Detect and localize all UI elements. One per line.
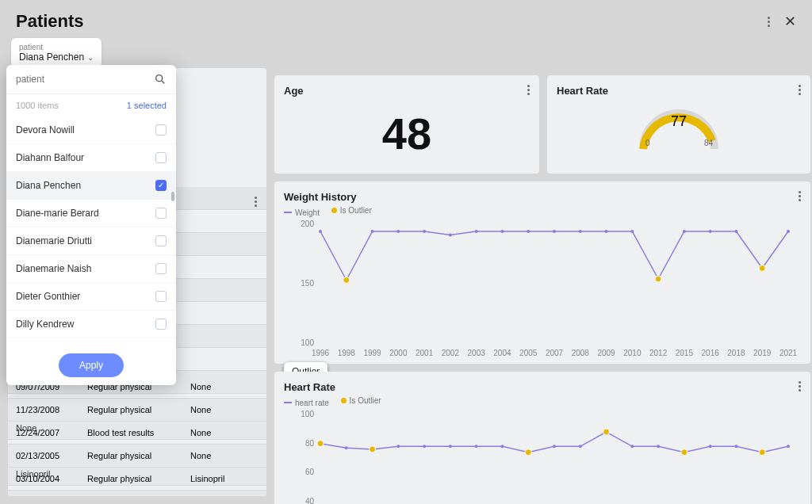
svg-text:2005: 2005	[519, 349, 538, 357]
checkbox[interactable]	[155, 124, 167, 136]
dropdown-list[interactable]: Devora NowillDiahann BalfourDiana Penche…	[6, 116, 176, 346]
patient-filter-chip[interactable]: patient Diana Penchen ⌄	[11, 38, 102, 67]
svg-line-93	[162, 81, 164, 83]
svg-point-88	[525, 449, 531, 455]
svg-text:80: 80	[305, 438, 315, 447]
dropdown-item[interactable]: Dianemarie Naish	[6, 255, 176, 283]
cell-date: 12/24/2007	[16, 428, 87, 437]
dropdown-item[interactable]: Dianemarie Driutti	[6, 227, 176, 255]
tile-menu-icon[interactable]	[799, 381, 801, 391]
svg-text:40: 40	[305, 497, 315, 505]
svg-text:2012: 2012	[649, 349, 668, 357]
svg-point-91	[759, 449, 765, 455]
svg-point-42	[655, 276, 661, 282]
age-tile: Age 48	[274, 75, 539, 174]
dropdown-item[interactable]: Diane-marie Berard	[6, 200, 176, 227]
svg-point-18	[709, 230, 712, 233]
svg-point-89	[603, 429, 610, 435]
heart-rate-chart: 4060801001996199819992000200120022003200…	[284, 410, 801, 505]
cell-reason: Regular physical	[87, 405, 190, 414]
svg-text:2018: 2018	[727, 349, 745, 357]
cell-medication: None	[190, 382, 259, 391]
checkbox[interactable]	[155, 319, 167, 330]
svg-text:2015: 2015	[676, 349, 694, 357]
weight-chart: 1001502001996199819992000200120022003200…	[284, 220, 801, 359]
table-row[interactable]: 03/10/2004Regular physicalLisinopril	[8, 468, 266, 491]
checkbox[interactable]	[155, 152, 167, 163]
table-row[interactable]: 11/23/2008Regular physicalNone	[8, 399, 266, 422]
chip-label: patient	[19, 43, 94, 52]
dropdown-item[interactable]: Diana Penchen	[6, 172, 176, 200]
age-value: 48	[284, 97, 530, 164]
svg-text:200: 200	[301, 220, 314, 228]
svg-point-7	[423, 230, 426, 233]
gauge-min: 0	[645, 139, 650, 147]
svg-point-13	[579, 230, 582, 233]
checkbox[interactable]	[155, 180, 167, 191]
page-header: Patients ✕	[0, 0, 812, 38]
dropdown-item-label: Dianemarie Driutti	[16, 235, 92, 246]
dropdown-item-label: Dilly Kendrew	[16, 319, 74, 330]
svg-point-54	[475, 445, 478, 448]
svg-text:100: 100	[301, 338, 314, 347]
svg-point-15	[630, 230, 634, 233]
table-row[interactable]: 12/03/2003Flu like symtomsNone	[8, 491, 266, 496]
svg-point-60	[630, 445, 634, 448]
svg-text:2003: 2003	[468, 349, 486, 357]
checkbox[interactable]	[155, 235, 167, 246]
svg-text:2021: 2021	[779, 349, 798, 357]
checkbox[interactable]	[155, 263, 167, 274]
table-row[interactable]: 02/13/2005Regular physicalNone	[8, 445, 266, 468]
svg-point-53	[449, 445, 452, 448]
svg-point-61	[657, 445, 660, 448]
cell-medication: None	[190, 405, 259, 414]
svg-text:2010: 2010	[623, 349, 642, 357]
cell-reason: Regular physical	[87, 474, 190, 483]
tile-menu-icon[interactable]	[799, 85, 801, 95]
gauge-value: 77	[671, 113, 687, 130]
chart-legend: heart rate Is Outlier	[284, 393, 801, 410]
checkbox[interactable]	[155, 291, 167, 302]
svg-point-58	[579, 445, 582, 448]
scrollbar-thumb[interactable]	[171, 192, 174, 201]
dropdown-item[interactable]: Dieter Gonthier	[6, 283, 176, 311]
svg-point-12	[553, 230, 556, 233]
tile-menu-icon[interactable]	[799, 191, 801, 201]
apply-button[interactable]: Apply	[59, 353, 124, 377]
selected-count[interactable]: 1 selected	[127, 101, 167, 110]
svg-point-19	[734, 230, 737, 233]
svg-point-87	[370, 446, 376, 452]
item-count: 1000 items	[16, 101, 59, 110]
svg-point-9	[475, 230, 478, 233]
dropdown-item[interactable]: Devora Nowill	[6, 116, 176, 144]
chip-value: Diana Penchen ⌄	[19, 52, 94, 63]
svg-text:1996: 1996	[312, 349, 330, 357]
search-input[interactable]	[16, 74, 154, 85]
dropdown-item[interactable]: Dilly Kendrew	[6, 311, 176, 338]
dropdown-item-label: Diahann Balfour	[16, 152, 84, 163]
svg-point-3	[319, 230, 322, 233]
header-menu-icon[interactable]	[768, 17, 770, 27]
tile-title: Heart Rate	[557, 85, 801, 97]
svg-point-11	[527, 230, 530, 233]
svg-point-55	[500, 445, 504, 448]
svg-text:2016: 2016	[702, 349, 720, 357]
svg-point-43	[759, 265, 765, 271]
heart-rate-tile: Heart Rate 77 0 84	[547, 75, 810, 174]
svg-text:2007: 2007	[546, 349, 564, 357]
cell-date: 02/13/2005	[16, 451, 87, 460]
dropdown-item-label: Dianemarie Naish	[16, 263, 91, 274]
tile-menu-icon[interactable]	[527, 85, 530, 95]
table-row[interactable]: 12/24/2007Blood test resultsNone	[8, 422, 266, 445]
dropdown-item-label: Devora Nowill	[16, 124, 75, 136]
svg-text:2002: 2002	[442, 349, 460, 357]
tile-menu-icon[interactable]	[255, 197, 257, 207]
svg-text:1998: 1998	[338, 349, 356, 357]
cell-medication: None	[190, 451, 259, 460]
svg-text:150: 150	[301, 279, 314, 288]
close-icon[interactable]: ✕	[784, 13, 796, 30]
chevron-down-icon: ⌄	[87, 53, 94, 62]
checkbox[interactable]	[155, 208, 167, 219]
svg-point-49	[345, 446, 348, 449]
dropdown-item[interactable]: Diahann Balfour	[6, 144, 176, 172]
